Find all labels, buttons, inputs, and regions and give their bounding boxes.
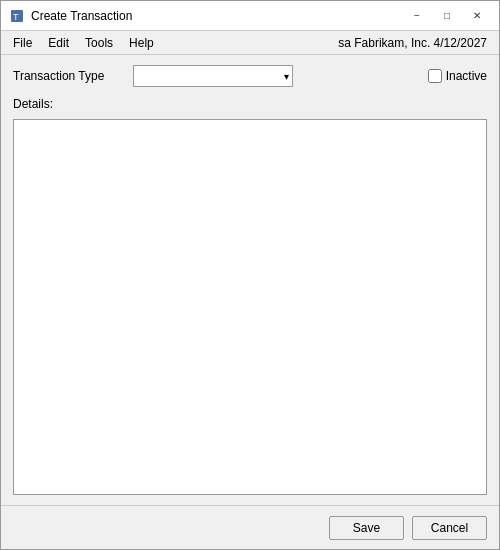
menu-edit[interactable]: Edit bbox=[40, 34, 77, 52]
transaction-type-select-wrapper bbox=[133, 65, 293, 87]
footer: Save Cancel bbox=[1, 505, 499, 549]
window-controls: − □ ✕ bbox=[403, 6, 491, 26]
maximize-button[interactable]: □ bbox=[433, 6, 461, 26]
window-title: Create Transaction bbox=[31, 9, 403, 23]
menu-bar: File Edit Tools Help sa Fabrikam, Inc. 4… bbox=[1, 31, 499, 55]
title-bar: T Create Transaction − □ ✕ bbox=[1, 1, 499, 31]
svg-text:T: T bbox=[13, 12, 19, 22]
minimize-button[interactable]: − bbox=[403, 6, 431, 26]
app-icon: T bbox=[9, 8, 25, 24]
save-button[interactable]: Save bbox=[329, 516, 404, 540]
inactive-label: Inactive bbox=[446, 69, 487, 83]
inactive-checkbox[interactable] bbox=[428, 69, 442, 83]
transaction-type-label: Transaction Type bbox=[13, 69, 123, 83]
close-button[interactable]: ✕ bbox=[463, 6, 491, 26]
form-row-transaction-type: Transaction Type Inactive bbox=[13, 65, 487, 87]
inactive-row: Inactive bbox=[428, 69, 487, 83]
details-label: Details: bbox=[13, 97, 487, 111]
main-content: Transaction Type Inactive Details: bbox=[1, 55, 499, 505]
menu-file[interactable]: File bbox=[5, 34, 40, 52]
cancel-button[interactable]: Cancel bbox=[412, 516, 487, 540]
user-info: sa Fabrikam, Inc. 4/12/2027 bbox=[338, 36, 495, 50]
menu-help[interactable]: Help bbox=[121, 34, 162, 52]
menu-tools[interactable]: Tools bbox=[77, 34, 121, 52]
transaction-type-select[interactable] bbox=[133, 65, 293, 87]
details-area[interactable] bbox=[13, 119, 487, 495]
